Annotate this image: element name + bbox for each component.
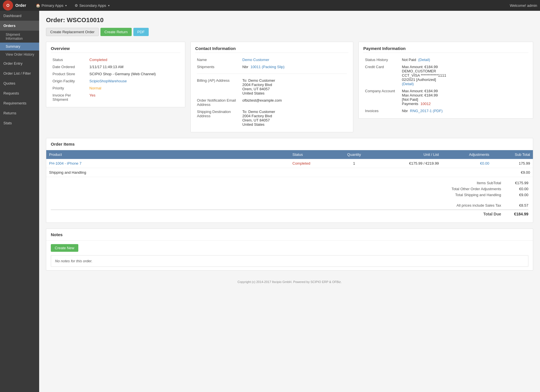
origin-facility-label: Origin Facility xyxy=(51,77,88,85)
invoice-per-shipment-value: Yes xyxy=(89,93,95,97)
payment-status-row: Status History Not Paid (Detail) xyxy=(363,56,528,63)
action-buttons: Create Replacement Order Create Return P… xyxy=(46,28,533,36)
shipments-link[interactable]: 10011 (Packing Slip) xyxy=(251,65,285,69)
item-unit-list: €175.99 / €219.99 xyxy=(373,159,442,168)
sidebar: Dashboard Orders Shipment Information Su… xyxy=(0,11,39,392)
payment-info-card: Payment Information Status History Not P… xyxy=(358,42,533,119)
billing-address: To: Demo Customer 2004 Factory Blvd Orem… xyxy=(241,77,348,97)
app-logo: O xyxy=(3,0,13,11)
footer: Copyright (c) 2014-2017 Ilscipio GmbH. P… xyxy=(46,276,533,288)
item-quantity: 1 xyxy=(335,159,373,168)
footer-copyright: Copyright (c) 2014-2017 Ilscipio GmbH. P… xyxy=(238,280,342,284)
overview-title: Overview xyxy=(51,46,180,53)
create-return-button[interactable]: Create Return xyxy=(100,28,132,36)
info-sections-row: Overview Status Completed Date Ordered 1… xyxy=(46,42,533,132)
sidebar-item-dashboard[interactable]: Dashboard xyxy=(0,11,39,21)
items-subtotal-label: Items SubTotal xyxy=(443,181,506,185)
items-subtotal-value: €175.99 xyxy=(506,181,528,185)
contact-info-title: Contact Information xyxy=(195,46,348,53)
gear-icon: ⚙ xyxy=(75,3,78,8)
billing-label: Billing (AP) Address xyxy=(195,77,241,97)
col-product: Product xyxy=(46,150,290,159)
total-due-row: Total Due €184.99 xyxy=(51,209,528,218)
home-icon: 🏠 xyxy=(36,3,40,8)
col-adjustments: Adjustments xyxy=(442,150,492,159)
sidebar-item-shipment-information[interactable]: Shipment Information xyxy=(0,31,39,43)
payments-link[interactable]: 10012 xyxy=(421,102,431,106)
payment-info-title: Payment Information xyxy=(363,46,528,53)
chevron-down-icon: ▾ xyxy=(108,4,110,7)
sidebar-item-view-order-history[interactable]: View Order History xyxy=(0,51,39,58)
order-items-title: Order Items xyxy=(46,138,533,150)
sidebar-item-order-list[interactable]: Order List / Filter xyxy=(0,68,39,78)
contact-shipments-row: Shipments Nbr 10011 (Packing Slip) xyxy=(195,63,348,70)
item-product-link[interactable]: PH-1004 - iPhone 7 xyxy=(49,161,81,165)
sidebar-item-order-entry[interactable]: Order Entry xyxy=(0,58,39,68)
create-replacement-order-button[interactable]: Create Replacement Order xyxy=(46,28,99,36)
shipping-handling-amount: €9.00 xyxy=(492,168,533,177)
col-sub-total: Sub Total xyxy=(492,150,533,159)
app-name: Order xyxy=(15,3,26,8)
sidebar-item-requirements[interactable]: Requirements xyxy=(0,98,39,108)
contact-divider-row xyxy=(195,70,348,77)
credit-card-details: Max Amount: €184.99 DEMO_CUSTOMER CCT_VI… xyxy=(400,63,528,87)
notes-section: Notes Create New No notes for this order… xyxy=(46,229,533,271)
user-greeting: Welcome! admin xyxy=(510,3,537,8)
contact-name-value[interactable]: Demo Customer xyxy=(242,58,269,62)
company-account-label: Company Account xyxy=(363,87,400,107)
total-other-value: €0.00 xyxy=(506,187,528,191)
main-content: Order: WSCO10010 Create Replacement Orde… xyxy=(39,11,540,392)
totals-section: Items SubTotal €175.99 Total Other Order… xyxy=(46,177,533,223)
sidebar-item-summary[interactable]: Summary xyxy=(0,43,39,51)
shipping-address-row: Shipping Destination Address To: Demo Cu… xyxy=(195,108,348,128)
item-adjustments[interactable]: €0.00 xyxy=(480,161,489,165)
sidebar-item-stats[interactable]: Stats xyxy=(0,118,39,128)
total-other-label: Total Other Order Adjustments xyxy=(443,187,506,191)
date-ordered-label: Date Ordered xyxy=(51,63,88,70)
order-items-section: Order Items Product Status Quantity Unit… xyxy=(46,138,533,223)
shipping-handling-label: Shipping and Handling xyxy=(46,168,290,177)
total-shipping-value: €9.00 xyxy=(506,193,528,197)
payment-table: Status History Not Paid (Detail) Credit … xyxy=(363,56,528,114)
status-history-value: Not Paid xyxy=(402,58,416,62)
overview-invoice-row: Invoice Per Shipment Yes xyxy=(51,92,180,103)
overview-facility-row: Origin Facility ScipioShopWarehouse xyxy=(51,77,180,85)
pdf-button[interactable]: PDF xyxy=(133,28,149,36)
sidebar-item-orders[interactable]: Orders xyxy=(0,21,39,31)
overview-status-row: Status Completed xyxy=(51,56,180,63)
shipments-nbr: Nbr xyxy=(242,65,248,69)
secondary-apps-menu[interactable]: ⚙ Secondary Apps ▾ xyxy=(71,0,114,11)
col-unit-list: Unit / List xyxy=(373,150,442,159)
col-quantity: Quantity xyxy=(335,150,373,159)
page-title: Order: WSCO10010 xyxy=(46,16,533,24)
top-navigation: O Order 🏠 Primary Apps ▾ ⚙ Secondary App… xyxy=(0,0,540,11)
shipments-label: Shipments xyxy=(195,63,241,70)
credit-card-row: Credit Card Max Amount: €184.99 DEMO_CUS… xyxy=(363,63,528,87)
origin-facility-value[interactable]: ScipioShopWarehouse xyxy=(89,79,127,83)
priority-value: Normal xyxy=(89,86,101,90)
date-ordered-value: 1/11/17 11:49:13 AM xyxy=(88,63,180,70)
overview-priority-row: Priority Normal xyxy=(51,85,180,92)
notes-title: Notes xyxy=(46,229,533,241)
priority-label: Priority xyxy=(51,85,88,92)
contact-name-row: Name Demo Customer xyxy=(195,56,348,63)
sidebar-item-returns[interactable]: Returns xyxy=(0,108,39,118)
primary-apps-menu[interactable]: 🏠 Primary Apps ▾ xyxy=(32,0,71,11)
sidebar-item-quotes[interactable]: Quotes xyxy=(0,78,39,88)
product-store-value: SCIPIO Shop - Germany (Web Channel) xyxy=(88,70,180,77)
invoices-row: Invoices Nbr RNG_2017-1 (PDF) xyxy=(363,107,528,114)
invoices-link[interactable]: RNG_2017-1 (PDF) xyxy=(410,109,443,113)
status-value[interactable]: Completed xyxy=(89,58,107,62)
product-store-label: Product Store xyxy=(51,70,88,77)
sales-tax-value: €8.57 xyxy=(506,203,528,207)
credit-card-detail-link[interactable]: (Detail) xyxy=(402,82,414,86)
total-shipping-row: Total Shipping and Handling €9.00 xyxy=(51,192,528,198)
payments-label: Payments xyxy=(402,102,418,106)
total-other-row: Total Other Order Adjustments €0.00 xyxy=(51,186,528,192)
company-account-details: Max Amount: €184.99 Max Amount: €184.99 … xyxy=(400,87,528,107)
sidebar-item-requests[interactable]: Requests xyxy=(0,88,39,98)
company-account-row: Company Account Max Amount: €184.99 Max … xyxy=(363,87,528,107)
create-note-button[interactable]: Create New xyxy=(51,244,78,252)
contact-info-card: Contact Information Name Demo Customer S… xyxy=(190,42,353,132)
status-history-detail-link[interactable]: (Detail) xyxy=(418,58,430,62)
